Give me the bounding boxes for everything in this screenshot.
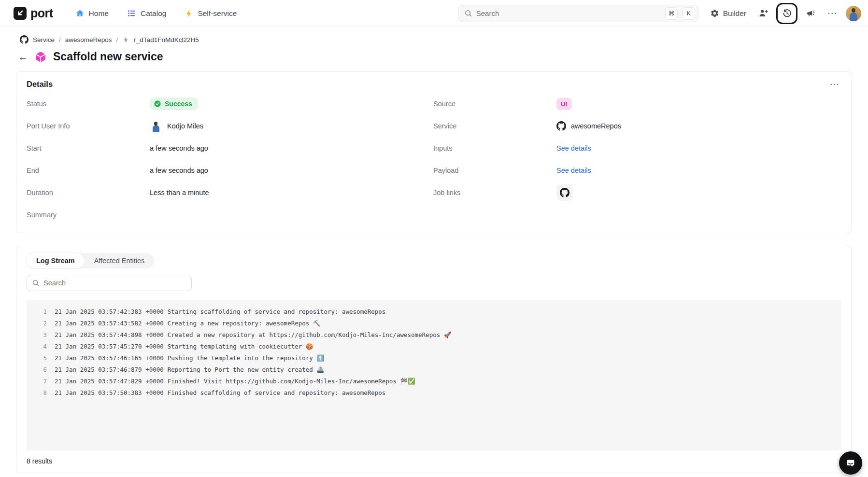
- end-value: a few seconds ago: [150, 167, 208, 174]
- chat-bubble-icon: [845, 457, 856, 469]
- nav-item-catalog[interactable]: Catalog: [127, 9, 166, 18]
- duration-value: Less than a minute: [150, 189, 209, 196]
- breadcrumb-awesomerepos[interactable]: awesomeRepos: [65, 36, 112, 43]
- log-line: 6 21 Jan 2025 03:57:46:879 +0000 Reporti…: [34, 364, 834, 376]
- log-line-number: 3: [34, 329, 47, 341]
- port-user-label: Port User Info: [27, 122, 150, 130]
- details-row-start: Start a few seconds ago: [27, 137, 433, 159]
- log-timestamp: 21 Jan 2025 03:57:44:898 +0000: [55, 329, 164, 341]
- search-icon: [32, 279, 40, 287]
- logs-tabs: Log Stream Affected Entities: [27, 253, 154, 268]
- global-search-input[interactable]: [476, 9, 660, 17]
- log-line-number: 6: [34, 364, 47, 376]
- log-search-input[interactable]: [43, 279, 186, 287]
- details-row-port-user: Port User Info Kodjo Miles: [27, 115, 433, 137]
- details-right-column: Source UI Service awesomeRepos Inputs Se…: [433, 93, 840, 226]
- details-more-button[interactable]: ···: [830, 81, 840, 88]
- nav-item-self-service[interactable]: Self-service: [185, 9, 237, 18]
- page-title: Scaffold new service: [53, 50, 163, 63]
- global-search[interactable]: ⌘ K: [458, 5, 698, 22]
- nav-item-home-label: Home: [89, 9, 109, 18]
- status-badge-label: Success: [165, 100, 192, 108]
- nav-item-catalog-label: Catalog: [141, 9, 166, 18]
- details-row-service: Service awesomeRepos: [433, 115, 840, 137]
- details-grid: Status Success Port User Info Kodjo Mile…: [27, 93, 840, 226]
- catalog-icon: [127, 9, 136, 18]
- log-line: 3 21 Jan 2025 03:57:44:898 +0000 Created…: [34, 329, 834, 341]
- log-search[interactable]: [27, 275, 192, 291]
- details-card: Details ··· Status Success Port User Inf…: [16, 71, 852, 233]
- search-icon: [464, 9, 472, 17]
- log-line: 4 21 Jan 2025 03:57:45:270 +0000 Startin…: [34, 341, 834, 352]
- log-message: Starting templating with cookiecutter 🍪: [168, 341, 313, 352]
- log-message: Pushing the template into the repository…: [168, 352, 324, 364]
- details-row-status: Status Success: [27, 93, 433, 115]
- log-line-number: 7: [34, 376, 47, 387]
- breadcrumb-separator: /: [116, 36, 118, 43]
- log-stream-panel[interactable]: 1 21 Jan 2025 03:57:42:383 +0000 Startin…: [27, 300, 841, 450]
- status-badge: Success: [150, 98, 198, 110]
- inputs-see-details-link[interactable]: See details: [556, 144, 591, 152]
- scaffold-cube-icon: [34, 51, 47, 63]
- log-line: 5 21 Jan 2025 03:57:46:165 +0000 Pushing…: [34, 352, 834, 364]
- job-link-github-button[interactable]: [556, 184, 573, 201]
- log-timestamp: 21 Jan 2025 03:57:47:829 +0000: [55, 376, 164, 387]
- service-label: Service: [433, 122, 556, 130]
- inputs-label: Inputs: [433, 144, 556, 152]
- status-label: Status: [27, 100, 150, 108]
- page-title-row: ← Scaffold new service: [0, 44, 868, 63]
- log-line: 8 21 Jan 2025 03:57:50:383 +0000 Finishe…: [34, 387, 834, 399]
- log-timestamp: 21 Jan 2025 03:57:45:270 +0000: [55, 341, 164, 352]
- breadcrumb-run-id[interactable]: r_dTad1FnMdKcl22H5: [134, 36, 199, 43]
- tab-affected-entities[interactable]: Affected Entities: [85, 253, 155, 268]
- results-count: 8 results: [27, 457, 841, 465]
- job-links-label: Job links: [433, 189, 556, 196]
- log-line: 7 21 Jan 2025 03:57:47:829 +0000 Finishe…: [34, 376, 834, 387]
- duration-label: Duration: [27, 189, 150, 196]
- details-heading: Details: [27, 80, 53, 89]
- port-user-name: Kodjo Miles: [167, 122, 203, 130]
- details-row-summary: Summary: [27, 204, 433, 226]
- details-row-end: End a few seconds ago: [27, 159, 433, 182]
- runs-history-button[interactable]: [776, 3, 797, 24]
- start-value: a few seconds ago: [150, 144, 208, 152]
- log-line-number: 8: [34, 387, 47, 399]
- announcements-icon[interactable]: [801, 4, 820, 23]
- log-timestamp: 21 Jan 2025 03:57:46:879 +0000: [55, 364, 164, 376]
- source-label: Source: [433, 100, 556, 108]
- nav-right-actions: Builder ···: [706, 3, 861, 24]
- summary-label: Summary: [27, 211, 150, 219]
- log-line: 1 21 Jan 2025 03:57:42:383 +0000 Startin…: [34, 306, 834, 318]
- details-row-inputs: Inputs See details: [433, 137, 840, 159]
- tab-log-stream[interactable]: Log Stream: [27, 253, 85, 268]
- invite-user-button[interactable]: [754, 4, 772, 23]
- breadcrumb: Service / awesomeRepos / r_dTad1FnMdKcl2…: [0, 27, 868, 44]
- log-line-number: 4: [34, 341, 47, 352]
- home-icon: [75, 9, 85, 18]
- start-label: Start: [27, 144, 150, 152]
- chat-widget-button[interactable]: [839, 451, 862, 475]
- port-logo-icon: [14, 7, 27, 20]
- log-timestamp: 21 Jan 2025 03:57:43:582 +0000: [55, 318, 164, 329]
- breadcrumb-separator: /: [59, 36, 61, 43]
- top-navbar: port Home Catalog Self-service ⌘: [0, 0, 868, 27]
- end-label: End: [27, 167, 150, 174]
- gear-icon: [710, 9, 719, 18]
- logs-card: Log Stream Affected Entities 1 21 Jan 20…: [16, 246, 852, 473]
- service-value[interactable]: awesomeRepos: [571, 122, 621, 130]
- log-timestamp: 21 Jan 2025 03:57:46:165 +0000: [55, 352, 164, 364]
- port-logo[interactable]: port: [14, 6, 53, 20]
- details-left-column: Status Success Port User Info Kodjo Mile…: [27, 93, 433, 226]
- log-message: Reporting to Port the new entity created…: [168, 364, 324, 376]
- nav-item-home[interactable]: Home: [75, 9, 109, 18]
- details-row-duration: Duration Less than a minute: [27, 182, 433, 204]
- payload-see-details-link[interactable]: See details: [556, 167, 591, 174]
- log-line-number: 5: [34, 352, 47, 364]
- port-logo-text: port: [30, 6, 53, 20]
- nav-more-button[interactable]: ···: [824, 4, 842, 23]
- back-button[interactable]: ←: [18, 52, 28, 62]
- source-badge: UI: [556, 98, 572, 110]
- builder-button[interactable]: Builder: [710, 9, 746, 18]
- user-avatar[interactable]: [846, 6, 861, 21]
- breadcrumb-service[interactable]: Service: [33, 36, 55, 43]
